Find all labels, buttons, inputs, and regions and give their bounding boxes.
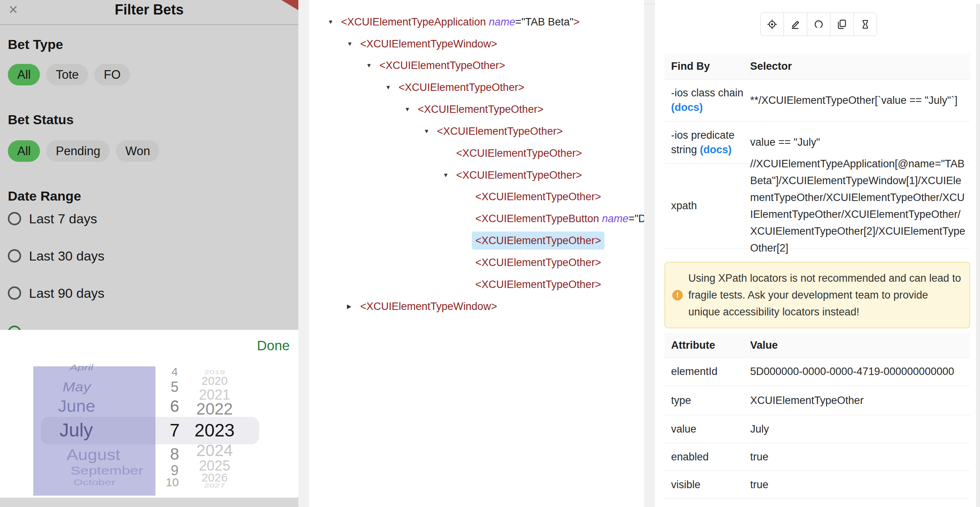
picker-year-item-selected[interactable]: 2023: [195, 420, 235, 441]
bet-status-options: All Pending Won: [8, 140, 159, 162]
tree-row-selected[interactable]: <XCUIElementTypeOther>: [309, 230, 644, 252]
docs-link[interactable]: (docs): [671, 101, 703, 113]
radio-label: Last 90 days: [29, 286, 105, 301]
xml-tag: <XCUIElementTypeWindow>: [360, 38, 497, 50]
attribute-value[interactable]: true: [750, 499, 970, 507]
picker-year-item[interactable]: 2020: [202, 374, 228, 387]
selector-col-header: Selector: [750, 54, 970, 79]
picker-year-item[interactable]: 2022: [196, 400, 233, 418]
tree-row[interactable]: ▼ <XCUIElementTypeOther>: [309, 76, 644, 98]
radio-icon[interactable]: [8, 286, 21, 300]
phone-bottom-bar: [0, 498, 298, 507]
expander-down-icon[interactable]: ▼: [443, 164, 452, 186]
expander-down-icon[interactable]: ▼: [328, 11, 337, 33]
selector-value[interactable]: //XCUIElementTypeApplication[@name="TAB …: [750, 164, 970, 248]
scrollbar[interactable]: [976, 4, 980, 507]
attribute-value[interactable]: July: [750, 415, 970, 443]
bet-type-fo-button[interactable]: FO: [94, 64, 130, 85]
picker-year-item[interactable]: 2024: [196, 441, 233, 460]
xml-tag: <XCUIElementTypeApplication: [341, 16, 486, 28]
docs-link[interactable]: (docs): [700, 144, 732, 156]
attribute-value[interactable]: true: [750, 443, 970, 471]
tree-row[interactable]: <XCUIElementTypeButton name="Done">: [309, 208, 644, 230]
date-range-option[interactable]: Last 30 days: [8, 248, 105, 264]
picker-year-item[interactable]: 2027: [204, 482, 225, 489]
element-highlight-overlay: [33, 366, 155, 496]
xpath-warning-alert: ! Using XPath locators is not recommende…: [664, 262, 970, 328]
radio-label: Last 7 days: [29, 211, 97, 226]
picker-day-item[interactable]: 6: [170, 397, 179, 416]
header-divider: [0, 24, 298, 25]
xml-tag: <XCUIElementTypeOther>: [418, 103, 543, 115]
tree-row[interactable]: <XCUIElementTypeOther>: [309, 142, 644, 164]
hourglass-icon: [859, 18, 871, 30]
picker-day-item[interactable]: 5: [171, 379, 179, 395]
tree-row[interactable]: <XCUIElementTypeOther>: [309, 273, 644, 295]
tree-row[interactable]: ▼ <XCUIElementTypeOther>: [309, 98, 644, 120]
bet-type-tote-button[interactable]: Tote: [46, 64, 88, 85]
attributes-header: Attribute Value: [664, 333, 970, 358]
attribute-name: elementId: [664, 358, 750, 386]
source-tree-panel[interactable]: ▼ <XCUIElementTypeApplication name="TAB …: [309, 0, 644, 507]
tap-element-button[interactable]: [761, 13, 783, 36]
selected-element-panel: Find By Selector -ios class chain (docs)…: [655, 0, 980, 507]
expander-down-icon[interactable]: ▼: [385, 76, 395, 98]
picker-day-item[interactable]: 10: [166, 476, 179, 489]
date-range-option[interactable]: Last 7 days: [8, 211, 97, 226]
attribute-value[interactable]: XCUIElementTypeOther: [750, 386, 970, 415]
bet-status-all-button[interactable]: All: [8, 140, 40, 162]
tree-row[interactable]: ▼ <XCUIElementTypeOther>: [309, 164, 644, 186]
picker-day-item[interactable]: 4: [171, 365, 178, 378]
bet-type-options: All Tote FO: [8, 64, 130, 85]
tree-row[interactable]: ▼ <XCUIElementTypeWindow>: [309, 33, 644, 55]
timing-button[interactable]: [854, 13, 877, 36]
attribute-value[interactable]: 5D000000-0000-0000-4719-000000000000: [750, 358, 970, 386]
tree-row[interactable]: ▼ <XCUIElementTypeApplication name="TAB …: [309, 11, 644, 33]
column-separator: [750, 338, 751, 353]
element-actions-toolbar: [760, 13, 877, 36]
bet-status-won-button[interactable]: Won: [116, 140, 159, 162]
tree-row[interactable]: ▼ <XCUIElementTypeOther>: [309, 54, 644, 76]
date-range-option[interactable]: Last 90 days: [8, 285, 105, 301]
clear-button[interactable]: [807, 13, 830, 36]
picker-day-item-selected[interactable]: 7: [170, 420, 180, 441]
radio-icon[interactable]: [8, 249, 21, 263]
picker-day-item[interactable]: 8: [170, 445, 179, 464]
bet-status-pending-button[interactable]: Pending: [46, 140, 110, 162]
tree-row[interactable]: <XCUIElementTypeOther>: [309, 186, 644, 208]
bet-type-all-button[interactable]: All: [8, 64, 40, 85]
device-screenshot-panel[interactable]: × Filter Bets Bet Type All Tote FO Bet S…: [0, 0, 298, 507]
bet-type-label: Bet Type: [8, 37, 63, 52]
expander-down-icon[interactable]: ▼: [347, 33, 356, 55]
xml-attr-name: name: [486, 16, 515, 28]
find-by-strategy: -ios class chain: [671, 87, 744, 99]
selected-row-highlight[interactable]: <XCUIElementTypeOther>: [472, 232, 605, 250]
selector-value[interactable]: **/XCUIElementTypeOther[`value == "July"…: [750, 80, 970, 121]
attribute-value[interactable]: true: [750, 471, 970, 498]
xml-tag: <XCUIElementTypeOther>: [475, 235, 601, 246]
warning-text: Using XPath locators is not recommended …: [688, 270, 962, 320]
attribute-col-header: Attribute: [664, 333, 750, 357]
send-keys-button[interactable]: [783, 13, 807, 36]
panel-gap: [644, 0, 655, 507]
tree-row[interactable]: ▼ <XCUIElementTypeOther>: [309, 120, 644, 142]
tree-row[interactable]: ▶ <XCUIElementTypeWindow>: [309, 295, 644, 317]
tree-row[interactable]: <XCUIElementTypeOther>: [309, 252, 644, 273]
expander-down-icon[interactable]: ▼: [366, 54, 375, 76]
edit-icon: [790, 18, 801, 30]
expander-down-icon[interactable]: ▼: [424, 120, 433, 142]
copy-attributes-button[interactable]: [830, 13, 853, 36]
expander-down-icon[interactable]: ▼: [404, 98, 414, 120]
xml-tag: <XCUIElementTypeOther>: [456, 147, 582, 159]
date-range-label: Date Range: [8, 188, 81, 204]
xml-attr-name: name: [599, 213, 628, 225]
locate-icon: [766, 18, 778, 30]
filter-bets-header: × Filter Bets: [0, 0, 298, 24]
done-button[interactable]: Done: [257, 338, 290, 353]
find-by-strategy: xpath: [664, 164, 750, 248]
xml-tag: <XCUIElementTypeOther>: [475, 257, 601, 268]
page-title: Filter Bets: [0, 0, 298, 20]
expander-right-icon[interactable]: ▶: [347, 295, 356, 317]
xml-attr-value: "Done": [635, 213, 644, 225]
radio-icon[interactable]: [8, 212, 21, 225]
